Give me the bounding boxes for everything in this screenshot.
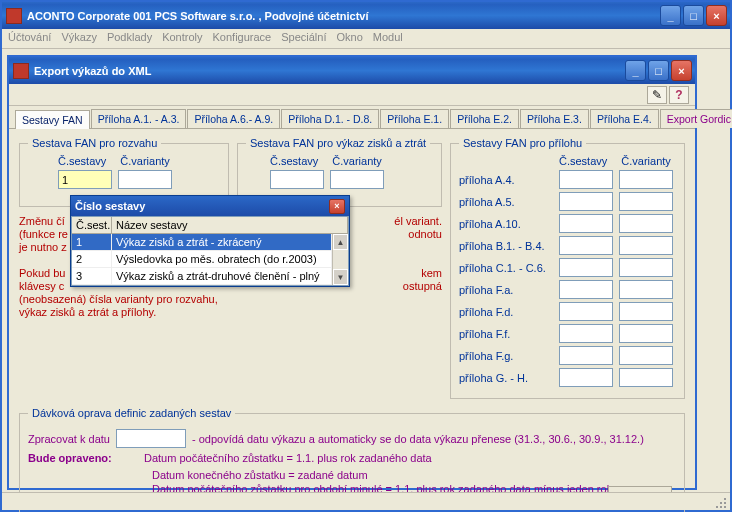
cell-nazev: Výkaz zisků a ztrát - zkrácený bbox=[112, 234, 332, 250]
maximize-button[interactable]: □ bbox=[683, 5, 704, 26]
toolbar: ✎ ? bbox=[9, 84, 695, 106]
priloha-varianta-input[interactable] bbox=[619, 302, 673, 321]
dialog-icon bbox=[13, 63, 29, 79]
priloha-label: příloha B.1. - B.4. bbox=[459, 240, 559, 252]
label-varianty: Č.varianty bbox=[332, 155, 382, 167]
scroll-up-icon[interactable]: ▲ bbox=[333, 234, 348, 250]
child-minimize-button[interactable]: _ bbox=[625, 60, 646, 81]
priloha-row: příloha F.g. bbox=[459, 346, 676, 365]
priloha-row: příloha A.4. bbox=[459, 170, 676, 189]
col-cislo[interactable]: Č.sest. bbox=[72, 217, 112, 233]
batch-line: Datum počátečního zůstatku = 1.1. plus r… bbox=[144, 452, 432, 464]
priloha-varianta-input[interactable] bbox=[619, 192, 673, 211]
popup-close-button[interactable]: × bbox=[329, 199, 345, 214]
minimize-button[interactable]: _ bbox=[660, 5, 681, 26]
zisk-varianta-input[interactable] bbox=[330, 170, 384, 189]
zisk-cislo-input[interactable] bbox=[270, 170, 324, 189]
scrollbar[interactable]: ▲ ▼ bbox=[332, 234, 348, 285]
legend-rozvaha: Sestava FAN pro rozvahu bbox=[28, 137, 161, 149]
menu-item[interactable]: Speciální bbox=[281, 31, 326, 46]
priloha-varianta-input[interactable] bbox=[619, 236, 673, 255]
priloha-varianta-input[interactable] bbox=[619, 346, 673, 365]
child-titlebar[interactable]: Export výkazů do XML _ □ × bbox=[9, 57, 695, 84]
menu-item[interactable]: Účtování bbox=[8, 31, 51, 46]
grid-row[interactable]: 2Výsledovka po měs. obratech (do r.2003) bbox=[72, 251, 332, 268]
priloha-cislo-input[interactable] bbox=[559, 302, 613, 321]
tab-e4[interactable]: Příloha E.4. bbox=[590, 109, 659, 128]
priloha-cislo-input[interactable] bbox=[559, 324, 613, 343]
label-cislo: Č.sestavy bbox=[270, 155, 318, 167]
label-cislo: Č.sestavy bbox=[58, 155, 106, 167]
priloha-cislo-input[interactable] bbox=[559, 368, 613, 387]
tab-e2[interactable]: Příloha E.2. bbox=[450, 109, 519, 128]
tab-sestavy-fan[interactable]: Sestavy FAN bbox=[15, 110, 90, 129]
lookup-popup: Číslo sestavy × Č.sest. Název sestavy 1V… bbox=[70, 195, 350, 287]
rozvaha-varianta-input[interactable] bbox=[118, 170, 172, 189]
resize-grip-icon[interactable] bbox=[714, 496, 728, 510]
priloha-label: příloha F.a. bbox=[459, 284, 559, 296]
grid-row[interactable]: 3Výkaz zisků a ztrát-druhové členění - p… bbox=[72, 268, 332, 285]
priloha-varianta-input[interactable] bbox=[619, 170, 673, 189]
cell-cislo: 2 bbox=[72, 251, 112, 267]
priloha-cislo-input[interactable] bbox=[559, 280, 613, 299]
tab-a1-a3[interactable]: Příloha A.1. - A.3. bbox=[91, 109, 187, 128]
priloha-row: příloha A.5. bbox=[459, 192, 676, 211]
tab-a6-a9[interactable]: Příloha A.6.- A.9. bbox=[187, 109, 280, 128]
menu-item[interactable]: Modul bbox=[373, 31, 403, 46]
priloha-varianta-input[interactable] bbox=[619, 280, 673, 299]
batch-line: Datum konečného zůstatku = zadané datum bbox=[152, 468, 676, 482]
main-title: ACONTO Corporate 001 PCS Software s.r.o.… bbox=[27, 10, 369, 22]
rozvaha-cislo-input[interactable] bbox=[58, 170, 112, 189]
grid-row[interactable]: 1Výkaz zisků a ztrát - zkrácený bbox=[72, 234, 332, 251]
tab-e3[interactable]: Příloha E.3. bbox=[520, 109, 589, 128]
priloha-cislo-input[interactable] bbox=[559, 346, 613, 365]
priloha-cislo-input[interactable] bbox=[559, 170, 613, 189]
priloha-varianta-input[interactable] bbox=[619, 258, 673, 277]
col-nazev[interactable]: Název sestavy bbox=[112, 217, 348, 233]
priloha-row: příloha F.d. bbox=[459, 302, 676, 321]
priloha-varianta-input[interactable] bbox=[619, 214, 673, 233]
tab-export-gordic[interactable]: Export Gordic bbox=[660, 109, 732, 128]
child-maximize-button[interactable]: □ bbox=[648, 60, 669, 81]
app-icon bbox=[6, 8, 22, 24]
date-input[interactable] bbox=[116, 429, 186, 448]
child-close-button[interactable]: × bbox=[671, 60, 692, 81]
menu-item[interactable]: Podklady bbox=[107, 31, 152, 46]
priloha-cislo-input[interactable] bbox=[559, 192, 613, 211]
legend-batch: Dávková oprava definic zadaných sestav bbox=[28, 407, 235, 419]
priloha-cislo-input[interactable] bbox=[559, 258, 613, 277]
priloha-cislo-input[interactable] bbox=[559, 214, 613, 233]
priloha-row: příloha F.f. bbox=[459, 324, 676, 343]
group-prilohy: Sestavy FAN pro přílohu Č.sestavy Č.vari… bbox=[450, 137, 685, 399]
priloha-row: příloha F.a. bbox=[459, 280, 676, 299]
grid-header: Č.sest. Název sestavy bbox=[72, 217, 348, 234]
cell-nazev: Výsledovka po měs. obratech (do r.2003) bbox=[112, 251, 332, 267]
popup-titlebar[interactable]: Číslo sestavy × bbox=[71, 196, 349, 216]
priloha-label: příloha G. - H. bbox=[459, 372, 559, 384]
tab-d1-d8[interactable]: Příloha D.1. - D.8. bbox=[281, 109, 379, 128]
main-titlebar[interactable]: ACONTO Corporate 001 PCS Software s.r.o.… bbox=[2, 2, 730, 29]
scroll-down-icon[interactable]: ▼ bbox=[333, 269, 348, 285]
priloha-label: příloha F.d. bbox=[459, 306, 559, 318]
label-zpracovat: Zpracovat k datu bbox=[28, 433, 110, 445]
priloha-varianta-input[interactable] bbox=[619, 324, 673, 343]
priloha-row: příloha A.10. bbox=[459, 214, 676, 233]
batch-note: - odpovídá datu výkazu a automaticky se … bbox=[192, 433, 644, 445]
help-icon[interactable]: ? bbox=[669, 86, 689, 104]
priloha-row: příloha C.1. - C.6. bbox=[459, 258, 676, 277]
menu-item[interactable]: Okno bbox=[337, 31, 363, 46]
cell-cislo: 1 bbox=[72, 234, 112, 250]
menu-item[interactable]: Výkazy bbox=[61, 31, 96, 46]
tab-e1[interactable]: Příloha E.1. bbox=[380, 109, 449, 128]
label-cislo: Č.sestavy bbox=[559, 155, 607, 167]
child-title: Export výkazů do XML bbox=[34, 65, 151, 77]
wizard-icon[interactable]: ✎ bbox=[647, 86, 667, 104]
label-varianty: Č.varianty bbox=[621, 155, 671, 167]
menubar: Účtování Výkazy Podklady Kontroly Konfig… bbox=[2, 29, 730, 49]
menu-item[interactable]: Kontroly bbox=[162, 31, 202, 46]
legend-prilohy: Sestavy FAN pro přílohu bbox=[459, 137, 586, 149]
priloha-cislo-input[interactable] bbox=[559, 236, 613, 255]
priloha-varianta-input[interactable] bbox=[619, 368, 673, 387]
menu-item[interactable]: Konfigurace bbox=[213, 31, 272, 46]
close-button[interactable]: × bbox=[706, 5, 727, 26]
